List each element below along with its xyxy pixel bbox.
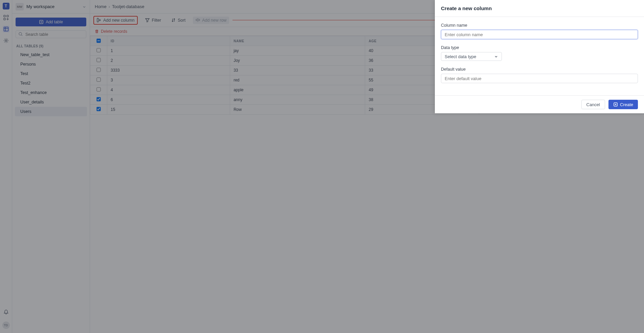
chevron-down-icon	[494, 54, 498, 58]
create-column-panel: Create a new column Column name Data typ…	[435, 0, 644, 113]
cancel-button[interactable]: Cancel	[581, 100, 605, 109]
column-name-input[interactable]	[441, 30, 638, 39]
default-value-label: Default value	[441, 67, 638, 72]
data-type-label: Data type	[441, 45, 638, 50]
panel-title: Create a new column	[435, 0, 644, 17]
default-value-input[interactable]	[441, 74, 638, 83]
create-label: Create	[620, 102, 633, 107]
column-name-label: Column name	[441, 23, 638, 28]
create-button[interactable]: Create	[608, 100, 638, 109]
data-type-placeholder: Select data type	[445, 54, 476, 59]
data-type-select[interactable]: Select data type	[441, 52, 502, 61]
